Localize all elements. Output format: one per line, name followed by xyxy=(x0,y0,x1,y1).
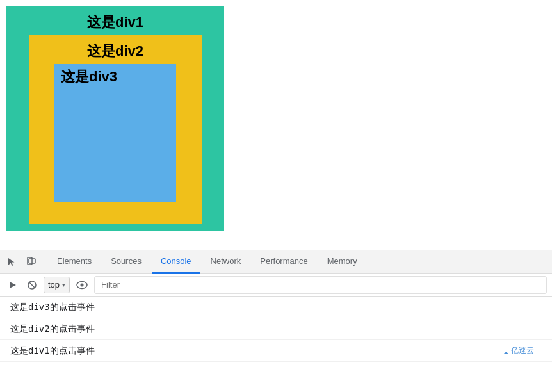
devtools-panel: Elements Sources Console Network Perform… xyxy=(0,250,552,392)
devtools-tab-bar: Elements Sources Console Network Perform… xyxy=(0,250,552,274)
cloud-icon: ☁ xyxy=(503,346,508,356)
filter-area xyxy=(94,276,547,294)
console-line-2: 这是div2的点击事件 xyxy=(0,318,552,340)
console-output: 这是div3的点击事件 这是div2的点击事件 这是div1的点击事件 ☁ 亿速… xyxy=(0,297,552,392)
select-element-icon[interactable] xyxy=(3,253,20,271)
console-text-1: 这是div3的点击事件 xyxy=(10,302,95,313)
context-value: top xyxy=(48,280,60,290)
console-text-2: 这是div2的点击事件 xyxy=(10,323,95,335)
svg-line-4 xyxy=(29,282,35,288)
div1[interactable]: 这是div1 这是div2 这是div3 xyxy=(6,6,224,231)
device-toggle-icon[interactable] xyxy=(22,253,40,271)
brand-name: 亿速云 xyxy=(511,345,534,356)
console-toolbar: top ▾ xyxy=(0,274,552,297)
console-line-1: 这是div3的点击事件 xyxy=(0,297,552,318)
tab-network[interactable]: Network xyxy=(202,250,250,274)
tab-sources[interactable]: Sources xyxy=(102,250,150,274)
run-script-icon[interactable] xyxy=(5,277,20,293)
context-dropdown[interactable]: top ▾ xyxy=(44,277,70,293)
chevron-down-icon: ▾ xyxy=(62,282,65,288)
svg-marker-2 xyxy=(10,282,16,288)
block-icon[interactable] xyxy=(24,277,40,293)
tab-memory[interactable]: Memory xyxy=(318,250,366,274)
filter-input[interactable] xyxy=(97,277,544,293)
svg-point-6 xyxy=(81,283,84,286)
div3-label: 这是div3 xyxy=(54,64,176,90)
tab-elements[interactable]: Elements xyxy=(48,250,101,274)
tab-performance[interactable]: Performance xyxy=(251,250,316,274)
div2[interactable]: 这是div2 这是div3 xyxy=(29,35,202,224)
tab-bar-separator xyxy=(44,255,44,269)
brand-logo: ☁ 亿速云 xyxy=(503,345,542,356)
main-content: 这是div1 这是div2 这是div3 xyxy=(0,0,552,250)
eye-icon[interactable] xyxy=(74,277,90,293)
div3[interactable]: 这是div3 xyxy=(54,64,176,202)
tab-console[interactable]: Console xyxy=(152,250,200,274)
div1-label: 这是div1 xyxy=(13,13,218,32)
div2-label: 这是div2 xyxy=(35,42,195,61)
console-text-3: 这是div1的点击事件 xyxy=(10,345,95,357)
console-line-3: 这是div1的点击事件 ☁ 亿速云 xyxy=(0,340,552,362)
